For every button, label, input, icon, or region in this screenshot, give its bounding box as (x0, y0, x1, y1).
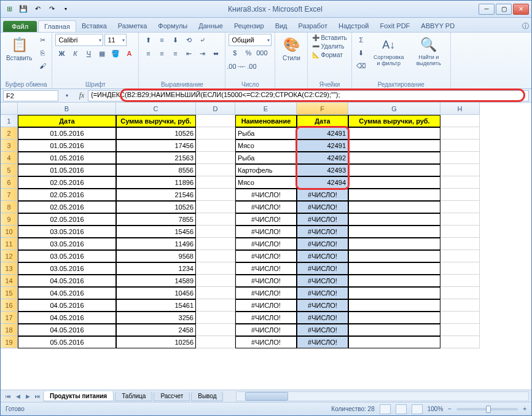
cell-E1[interactable]: Наименование (235, 115, 297, 127)
cell-G8[interactable] (348, 201, 440, 213)
row-header-14[interactable]: 14 (1, 275, 18, 287)
horizontal-scrollbar[interactable] (236, 391, 529, 401)
cell-C13[interactable]: 1234 (116, 262, 196, 275)
tab-данные[interactable]: Данные (193, 20, 229, 32)
cell-H5[interactable] (440, 164, 480, 176)
tab-вид[interactable]: Вид (270, 20, 293, 32)
cell-G16[interactable] (348, 299, 440, 312)
find-select-button[interactable]: 🔍 Найти и выделить (410, 34, 447, 68)
cell-G19[interactable] (348, 336, 440, 348)
cell-F3[interactable]: 42491 (297, 139, 348, 152)
cell-C6[interactable]: 11896 (116, 176, 196, 189)
sheet-tab-1[interactable]: Таблица (115, 391, 152, 401)
cell-D10[interactable] (196, 226, 235, 238)
autosum-button[interactable]: Σ (355, 34, 367, 46)
cell-H13[interactable] (440, 262, 480, 275)
cell-C9[interactable]: 7855 (116, 213, 196, 226)
cell-F15[interactable]: #ЧИСЛО! (297, 287, 348, 299)
row-header-15[interactable]: 15 (1, 287, 18, 299)
cell-B19[interactable]: 05.05.2016 (18, 336, 116, 348)
currency-button[interactable]: $ (229, 47, 241, 59)
cell-F2[interactable]: 42491 (297, 127, 348, 139)
excel-icon[interactable]: ⊞ (3, 3, 15, 15)
cell-H6[interactable] (440, 176, 480, 189)
cell-E12[interactable]: #ЧИСЛО! (235, 250, 297, 262)
cell-C18[interactable]: 2458 (116, 324, 196, 336)
cell-F11[interactable]: #ЧИСЛО! (297, 238, 348, 250)
comma-button[interactable]: 000 (256, 47, 268, 59)
view-layout-button[interactable] (396, 404, 407, 414)
cell-H14[interactable] (440, 275, 480, 287)
cell-E6[interactable]: Мясо (235, 176, 297, 189)
cell-B1[interactable]: Дата (18, 115, 116, 127)
cell-G3[interactable] (348, 139, 440, 152)
cell-B4[interactable]: 01.05.2016 (18, 152, 116, 164)
format-cells-button[interactable]: 📐Формат (311, 51, 348, 59)
cell-H10[interactable] (440, 226, 480, 238)
cell-C14[interactable]: 14589 (116, 275, 196, 287)
align-right-button[interactable]: ≡ (169, 47, 181, 60)
cell-E2[interactable]: Рыба (235, 127, 297, 139)
cell-H17[interactable] (440, 312, 480, 324)
font-size-combo[interactable]: 11 (104, 34, 127, 46)
cut-button[interactable]: ✂ (36, 34, 49, 46)
row-header-5[interactable]: 5 (1, 164, 18, 176)
cell-F17[interactable]: #ЧИСЛО! (297, 312, 348, 324)
cell-E19[interactable]: #ЧИСЛО! (235, 336, 297, 348)
cell-F6[interactable]: 42494 (297, 176, 348, 189)
cell-E5[interactable]: Картофель (235, 164, 297, 176)
sheet-nav-last[interactable]: ⏭ (33, 391, 42, 401)
zoom-slider[interactable] (456, 408, 518, 410)
cell-E11[interactable]: #ЧИСЛО! (235, 238, 297, 250)
row-header-19[interactable]: 19 (1, 336, 18, 348)
cell-E14[interactable]: #ЧИСЛО! (235, 275, 297, 287)
cell-C4[interactable]: 21563 (116, 152, 196, 164)
cell-B11[interactable]: 03.05.2016 (18, 238, 116, 250)
cell-C17[interactable]: 3256 (116, 312, 196, 324)
increase-indent-button[interactable]: ⇥ (196, 47, 208, 60)
cell-E8[interactable]: #ЧИСЛО! (235, 201, 297, 213)
cell-E17[interactable]: #ЧИСЛО! (235, 312, 297, 324)
cell-D17[interactable] (196, 312, 235, 324)
namebox-dropdown-icon[interactable]: ▾ (61, 90, 73, 102)
cell-C16[interactable]: 15461 (116, 299, 196, 312)
tab-разметка[interactable]: Разметка (112, 20, 153, 32)
column-header-F[interactable]: F (297, 103, 348, 115)
save-button[interactable]: 💾 (17, 3, 29, 15)
cell-B17[interactable]: 04.05.2016 (18, 312, 116, 324)
cell-C19[interactable]: 10256 (116, 336, 196, 348)
sheet-tab-2[interactable]: Рассчет (154, 391, 190, 401)
view-normal-button[interactable] (380, 404, 391, 414)
cell-B5[interactable]: 01.05.2016 (18, 164, 116, 176)
paste-button[interactable]: 📋 Вставить (4, 34, 34, 63)
sheet-tab-3[interactable]: Вывод (191, 391, 223, 401)
close-button[interactable]: ✕ (513, 4, 529, 15)
cell-H1[interactable] (440, 115, 480, 127)
cell-G11[interactable] (348, 238, 440, 250)
cell-B13[interactable]: 03.05.2016 (18, 262, 116, 275)
cell-H12[interactable] (440, 250, 480, 262)
bold-button[interactable]: Ж (55, 47, 68, 60)
tab-file[interactable]: Файл (3, 21, 37, 32)
italic-button[interactable]: К (69, 47, 81, 60)
row-header-1[interactable]: 1 (1, 115, 18, 127)
row-header-8[interactable]: 8 (1, 201, 18, 213)
cell-C7[interactable]: 21546 (116, 189, 196, 201)
column-header-B[interactable]: B (18, 103, 116, 115)
cell-F18[interactable]: #ЧИСЛО! (297, 324, 348, 336)
sort-filter-button[interactable]: A↓ Сортировка и фильтр (369, 34, 409, 68)
cell-F1[interactable]: Дата (297, 115, 348, 127)
sheet-nav-first[interactable]: ⏮ (3, 391, 13, 401)
cell-G15[interactable] (348, 287, 440, 299)
qat-dropdown-icon[interactable]: ▾ (60, 3, 72, 15)
minimize-button[interactable]: ─ (479, 4, 495, 15)
cell-F19[interactable]: #ЧИСЛО! (297, 336, 348, 348)
cell-G17[interactable] (348, 312, 440, 324)
cell-D1[interactable] (196, 115, 235, 127)
worksheet-grid[interactable]: BCDEFGH 1ДатаСумма выручки, руб.Наименов… (1, 103, 531, 390)
cell-B8[interactable]: 02.05.2016 (18, 201, 116, 213)
cell-D2[interactable] (196, 127, 235, 139)
fx-button[interactable]: fx (76, 90, 88, 102)
clear-button[interactable]: ⌫ (355, 60, 367, 72)
percent-button[interactable]: % (242, 47, 254, 59)
